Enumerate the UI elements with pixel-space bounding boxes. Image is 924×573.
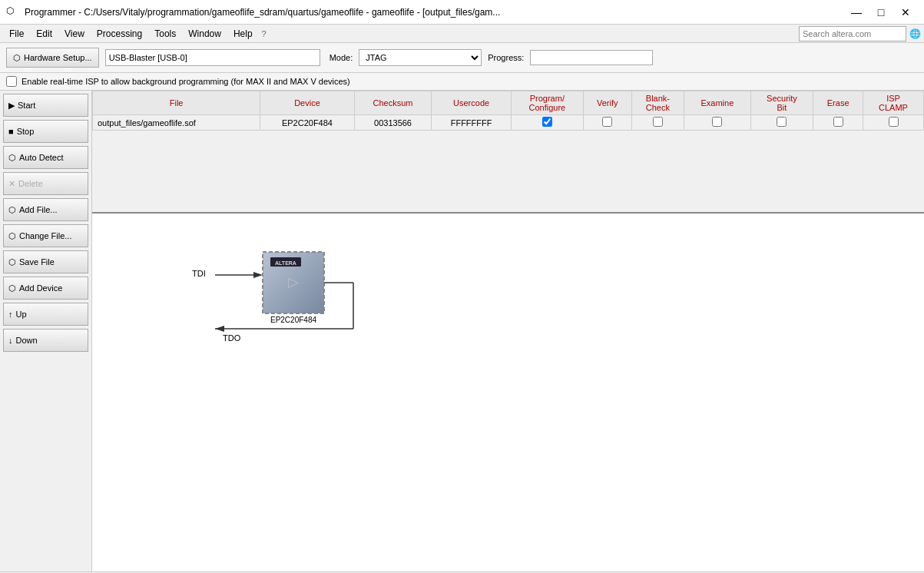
mode-select[interactable]: JTAG Passive Serial Active Serial Progra…	[359, 49, 482, 66]
title-bar: ⬡ Programmer - C:/Users/Vitaly/programma…	[0, 0, 924, 25]
menu-window[interactable]: Window	[182, 25, 227, 42]
change-file-label: Change File...	[19, 231, 71, 240]
tdo-label: TDO	[223, 333, 241, 343]
cell-erase[interactable]	[813, 115, 863, 131]
content-area: File Device Checksum Usercode Program/Co…	[92, 91, 924, 571]
change-file-button[interactable]: ⬡ Change File...	[3, 224, 88, 247]
hw-icon: ⬡	[13, 53, 21, 63]
down-icon: ↓	[8, 336, 13, 345]
toolbar: ⬡ Hardware Setup... Mode: JTAG Passive S…	[0, 43, 924, 73]
cell-verify[interactable]	[583, 115, 631, 131]
progress-bar	[530, 50, 653, 65]
cell-blank-check[interactable]	[631, 115, 684, 131]
menu-edit[interactable]: Edit	[30, 25, 58, 42]
cell-security-bit[interactable]	[750, 115, 813, 131]
isp-clamp-checkbox[interactable]	[889, 117, 899, 127]
col-isp-clamp: ISPCLAMP	[863, 91, 924, 115]
up-label: Up	[16, 310, 27, 319]
app-icon: ⬡	[6, 5, 20, 19]
menu-help[interactable]: Help	[227, 25, 259, 42]
col-device: Device	[260, 91, 354, 115]
col-program: Program/Configure	[511, 91, 583, 115]
diagram-area: TDI ALTERA ▷ EP2C20F484 TDO	[92, 214, 924, 571]
cell-program[interactable]	[511, 115, 583, 131]
add-device-button[interactable]: ⬡ Add Device	[3, 277, 88, 300]
menu-bar: File Edit View Processing Tools Window H…	[0, 25, 924, 43]
col-usercode: Usercode	[432, 91, 511, 115]
col-checksum: Checksum	[354, 91, 432, 115]
change-file-icon: ⬡	[8, 231, 16, 241]
program-checkbox[interactable]	[542, 117, 552, 127]
stop-button[interactable]: ■ Stop	[3, 120, 88, 143]
start-button[interactable]: ▶ Start	[3, 94, 88, 117]
delete-icon: ✕	[8, 179, 15, 189]
cell-usercode: FFFFFFFF	[432, 115, 511, 131]
start-icon: ▶	[8, 101, 15, 111]
hw-device-input[interactable]	[105, 49, 320, 66]
checkbox-row: Enable real-time ISP to allow background…	[0, 73, 924, 91]
progress-label: Progress:	[488, 53, 524, 62]
window-title: Programmer - C:/Users/Vitaly/programmati…	[25, 7, 500, 18]
auto-detect-label: Auto Detect	[19, 153, 63, 162]
verify-checkbox[interactable]	[602, 117, 612, 127]
window-controls: — □ ✕	[844, 0, 918, 25]
menu-tools[interactable]: Tools	[148, 25, 182, 42]
down-label: Down	[16, 336, 38, 345]
col-examine: Examine	[684, 91, 750, 115]
col-verify: Verify	[583, 91, 631, 115]
blank-check-checkbox[interactable]	[653, 117, 663, 127]
cell-examine[interactable]	[684, 115, 750, 131]
add-device-label: Add Device	[19, 283, 62, 293]
help-icon: ?	[262, 29, 267, 38]
up-button[interactable]: ↑ Up	[3, 303, 88, 326]
search-input[interactable]	[799, 26, 906, 41]
col-file: File	[93, 91, 260, 115]
menu-view[interactable]: View	[58, 25, 91, 42]
save-file-icon: ⬡	[8, 257, 16, 267]
hw-setup-label: Hardware Setup...	[24, 53, 92, 62]
menu-processing[interactable]: Processing	[91, 25, 148, 42]
sidebar: ▶ Start ■ Stop ⬡ Auto Detect ✕ Delete ⬡ …	[0, 91, 92, 571]
col-blank-check: Blank-Check	[631, 91, 684, 115]
close-button[interactable]: ✕	[893, 0, 918, 25]
table-row: output_files/gameoflife.sof EP2C20F484 0…	[93, 115, 924, 131]
cell-isp-clamp[interactable]	[863, 115, 924, 131]
examine-checkbox[interactable]	[712, 117, 722, 127]
start-label: Start	[18, 101, 35, 110]
table-area: File Device Checksum Usercode Program/Co…	[92, 91, 924, 214]
globe-icon: 🌐	[909, 28, 921, 39]
menu-file[interactable]: File	[3, 25, 30, 42]
security-bit-checkbox[interactable]	[777, 117, 787, 127]
stop-label: Stop	[17, 127, 35, 136]
col-erase: Erase	[813, 91, 863, 115]
add-device-icon: ⬡	[8, 283, 16, 293]
cell-checksum: 00313566	[354, 115, 432, 131]
erase-checkbox[interactable]	[833, 117, 843, 127]
hardware-setup-button[interactable]: ⬡ Hardware Setup...	[6, 48, 99, 68]
auto-detect-button[interactable]: ⬡ Auto Detect	[3, 146, 88, 169]
save-file-button[interactable]: ⬡ Save File	[3, 250, 88, 273]
cell-device: EP2C20F484	[260, 115, 354, 131]
add-file-label: Add File...	[19, 205, 58, 214]
tdi-label: TDI	[192, 269, 206, 278]
main-layout: ▶ Start ■ Stop ⬡ Auto Detect ✕ Delete ⬡ …	[0, 91, 924, 571]
minimize-button[interactable]: —	[844, 0, 869, 25]
realtime-isp-checkbox[interactable]	[6, 76, 17, 87]
auto-detect-icon: ⬡	[8, 153, 16, 163]
down-button[interactable]: ↓ Down	[3, 329, 88, 352]
delete-button[interactable]: ✕ Delete	[3, 172, 88, 195]
up-icon: ↑	[8, 310, 13, 319]
cell-file: output_files/gameoflife.sof	[93, 115, 260, 131]
tdo-arrow	[215, 326, 224, 332]
mode-label: Mode:	[330, 53, 353, 62]
restore-button[interactable]: □	[869, 0, 893, 25]
tdi-arrow	[253, 272, 263, 278]
add-file-button[interactable]: ⬡ Add File...	[3, 198, 88, 221]
save-file-label: Save File	[19, 257, 55, 267]
device-diagram-svg: TDI ALTERA ▷ EP2C20F484 TDO	[184, 244, 415, 359]
device-name-label: EP2C20F484	[270, 316, 316, 324]
programming-table: File Device Checksum Usercode Program/Co…	[92, 91, 924, 131]
realtime-isp-label: Enable real-time ISP to allow background…	[22, 77, 350, 86]
add-file-icon: ⬡	[8, 205, 16, 215]
col-security-bit: SecurityBit	[750, 91, 813, 115]
